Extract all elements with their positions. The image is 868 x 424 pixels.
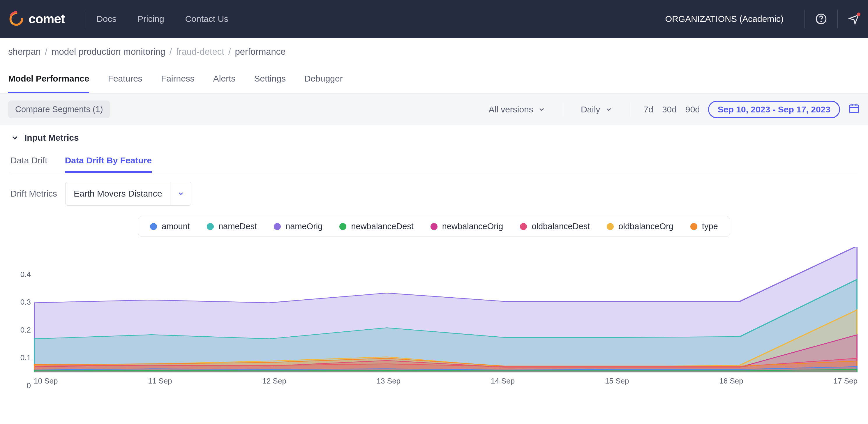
nav-docs[interactable]: Docs [97,14,117,24]
breadcrumb-item[interactable]: model production monitoring [52,46,165,57]
y-tick: 0.2 [21,325,31,334]
breadcrumb-item[interactable]: fraud-detect [176,46,224,57]
tab-model-performance[interactable]: Model Performance [8,65,89,93]
range-30d[interactable]: 30d [662,104,677,115]
drift-chart: 00.10.20.30.4 10 Sep11 Sep12 Sep13 Sep14… [10,247,858,386]
y-tick: 0.1 [21,353,31,362]
svg-point-1 [10,21,12,22]
x-tick: 14 Sep [491,377,515,386]
y-tick: 0.3 [21,298,31,307]
legend-dot [274,223,281,230]
legend-item[interactable]: newbalanceOrig [431,222,503,231]
legend-label: amount [162,222,190,231]
breadcrumb-sep: / [45,46,48,57]
legend-label: oldbalanceDest [532,222,590,231]
top-header: comet Docs Pricing Contact Us ORGANIZATI… [0,0,868,38]
legend-dot [431,223,437,230]
breadcrumb-sep: / [169,46,172,57]
legend-label: newbalanceDest [351,222,413,231]
tab-settings[interactable]: Settings [254,65,286,93]
organization-label[interactable]: ORGANIZATIONS (Academic) [665,14,783,24]
x-tick: 10 Sep [34,377,58,386]
legend-item[interactable]: oldbalanceDest [520,222,590,231]
header-nav: Docs Pricing Contact Us [97,14,228,24]
range-90d[interactable]: 90d [685,104,700,115]
quick-range-links: 7d 30d 90d [644,104,700,115]
date-range-picker[interactable]: Sep 10, 2023 - Sep 17, 2023 [708,101,840,118]
x-tick: 11 Sep [148,377,172,386]
toolbar-divider [563,102,563,117]
chart-plot-area [34,247,858,372]
drift-metrics-label: Drift Metrics [10,189,57,199]
toolbar-divider [630,102,630,117]
sub-tabs: Data Drift Data Drift By Feature [10,151,858,173]
filter-toolbar: Compare Segments (1) All versions Daily … [0,94,868,125]
legend-item[interactable]: nameOrig [274,222,322,231]
legend-dot [339,223,346,230]
drift-metrics-select[interactable]: Earth Movers Distance [65,182,191,205]
legend-item[interactable]: amount [150,222,190,231]
chart-legend: amountnameDestnameOrignewbalanceDestnewb… [10,216,858,237]
breadcrumb-item[interactable]: sherpan [8,46,41,57]
legend-dot [150,223,157,230]
tab-fairness[interactable]: Fairness [161,65,194,93]
chevron-down-icon [170,182,191,205]
tab-features[interactable]: Features [108,65,142,93]
legend-label: newbalanceOrig [442,222,503,231]
chevron-down-icon [10,133,19,142]
main-tabs: Model Performance Features Fairness Aler… [0,65,868,94]
calendar-icon[interactable] [848,102,860,116]
sub-tab-data-drift-by-feature[interactable]: Data Drift By Feature [65,151,152,173]
chevron-down-icon [605,106,613,113]
nav-pricing[interactable]: Pricing [137,14,164,24]
breadcrumb-current: performance [235,46,286,57]
range-7d[interactable]: 7d [644,104,653,115]
breadcrumb: sherpan / model production monitoring / … [8,46,860,57]
versions-dropdown[interactable]: All versions [485,102,549,117]
legend-dot [690,223,697,230]
interval-dropdown[interactable]: Daily [577,102,617,117]
legend-item[interactable]: oldbalanceOrg [607,222,674,231]
compare-segments-button[interactable]: Compare Segments (1) [8,100,110,118]
chart-svg [34,247,858,372]
breadcrumb-sep: / [228,46,231,57]
x-tick: 17 Sep [834,377,858,386]
legend-label: oldbalanceOrg [618,222,674,231]
chevron-down-icon [538,106,546,113]
tab-debugger[interactable]: Debugger [304,65,343,93]
x-tick: 16 Sep [719,377,743,386]
legend-label: nameDest [218,222,257,231]
help-icon[interactable] [815,13,827,25]
x-tick: 12 Sep [262,377,286,386]
legend-label: nameOrig [285,222,322,231]
interval-value: Daily [581,104,600,115]
legend-dot [607,223,614,230]
input-metrics-panel: Input Metrics Data Drift Data Drift By F… [0,125,868,393]
x-axis: 10 Sep11 Sep12 Sep13 Sep14 Sep15 Sep16 S… [34,372,858,386]
notification-dot [857,12,861,16]
nav-contact[interactable]: Contact Us [185,14,228,24]
header-divider [86,10,86,28]
section-title: Input Metrics [25,133,79,143]
legend-item[interactable]: nameDest [207,222,257,231]
tab-alerts[interactable]: Alerts [213,65,236,93]
svg-point-0 [11,22,13,24]
legend-item[interactable]: type [690,222,718,231]
notifications-icon[interactable] [848,13,860,25]
legend-item[interactable]: newbalanceDest [339,222,413,231]
header-divider [837,10,838,28]
svg-point-3 [821,21,822,22]
sub-tab-data-drift[interactable]: Data Drift [10,151,48,173]
brand-logo[interactable]: comet [8,11,65,27]
drift-metrics-value: Earth Movers Distance [65,182,170,205]
drift-metric-row: Drift Metrics Earth Movers Distance [10,182,858,205]
y-axis: 00.10.20.30.4 [10,247,34,386]
section-header[interactable]: Input Metrics [10,133,858,143]
legend-dot [207,223,214,230]
svg-rect-4 [850,105,858,113]
legend-dot [520,223,527,230]
y-tick: 0.4 [21,270,31,279]
x-tick: 13 Sep [377,377,401,386]
versions-value: All versions [489,104,533,115]
breadcrumb-bar: sherpan / model production monitoring / … [0,38,868,65]
